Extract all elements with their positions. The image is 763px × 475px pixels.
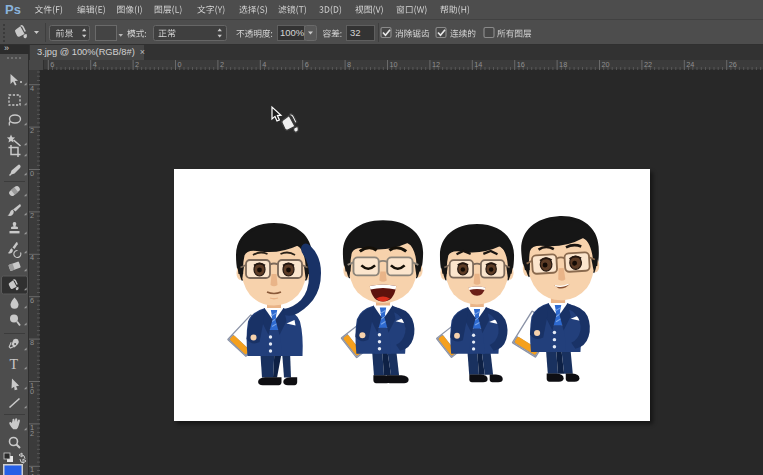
svg-text:0: 0: [178, 60, 182, 69]
svg-text:T: T: [10, 357, 19, 372]
svg-text:4: 4: [262, 60, 266, 69]
svg-text:8: 8: [30, 338, 34, 347]
svg-text:8: 8: [347, 60, 351, 69]
svg-text:10: 10: [390, 60, 398, 69]
svg-text:22: 22: [644, 60, 652, 69]
svg-text:4: 4: [30, 253, 34, 262]
svg-text:2: 2: [30, 429, 34, 438]
svg-text:2: 2: [220, 60, 224, 69]
svg-text:14: 14: [474, 60, 482, 69]
svg-text:12: 12: [432, 60, 440, 69]
svg-text:2: 2: [30, 126, 34, 135]
svg-text:20: 20: [602, 60, 610, 69]
svg-text:18: 18: [559, 60, 567, 69]
svg-text:2: 2: [30, 211, 34, 220]
svg-text:0: 0: [30, 387, 34, 396]
svg-text:0: 0: [30, 169, 34, 178]
svg-text:6: 6: [305, 60, 309, 69]
svg-text:2: 2: [135, 60, 139, 69]
svg-text:26: 26: [729, 60, 737, 69]
svg-text:6: 6: [30, 296, 34, 305]
svg-text:4: 4: [30, 84, 34, 93]
svg-text:4: 4: [93, 60, 97, 69]
svg-text:24: 24: [686, 60, 694, 69]
svg-text:6: 6: [50, 60, 54, 69]
svg-text:16: 16: [517, 60, 525, 69]
